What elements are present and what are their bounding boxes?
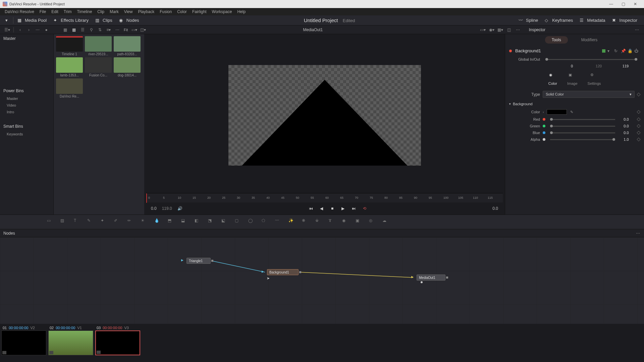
blue-slider[interactable] xyxy=(550,132,615,133)
pool-view-icon[interactable]: ☰▾ xyxy=(4,27,10,33)
tool-pencil-icon[interactable]: ✏ xyxy=(127,218,135,226)
metadata-button[interactable]: ☰Metadata xyxy=(577,16,608,24)
tool-shape3d-icon[interactable]: ◉ xyxy=(342,218,350,226)
menu-trim[interactable]: Trim xyxy=(61,9,74,14)
tool-blur-icon[interactable]: 💧 xyxy=(154,218,162,226)
clip-1[interactable]: river-29519... xyxy=(85,36,112,56)
tool-cloud-icon[interactable]: ☁ xyxy=(382,218,390,226)
speaker-icon[interactable]: 🔊 xyxy=(177,205,183,212)
tool-resize-icon[interactable]: ⬔ xyxy=(208,218,215,226)
tool-camera-icon[interactable]: ◎ xyxy=(369,218,376,226)
tool-tracker-icon[interactable]: ✦ xyxy=(101,218,108,226)
grid-icon[interactable]: ▦▾ xyxy=(497,27,503,33)
tool-text-icon[interactable]: T xyxy=(74,218,81,226)
tool-particles-icon[interactable]: ❋ xyxy=(302,218,309,226)
filter-icon[interactable]: ≡▾ xyxy=(106,27,112,33)
power-icon[interactable]: ⏻ xyxy=(634,49,639,53)
clip-6[interactable]: DaVinci Re... xyxy=(56,78,83,98)
color-keyframe[interactable] xyxy=(637,110,640,114)
menu-davinci-resolve[interactable]: DaVinci Resolve xyxy=(2,9,37,14)
tool-bg-icon[interactable]: ▭ xyxy=(47,218,54,226)
nodes-opts-icon[interactable]: ⋯ xyxy=(636,231,641,236)
keywords-item[interactable]: Keywords xyxy=(0,131,53,137)
mediapool-button[interactable]: ▦Media Pool xyxy=(15,16,49,24)
sort-icon[interactable]: ⇅ xyxy=(97,27,103,33)
list-view-icon[interactable]: ▦ xyxy=(62,27,68,33)
mode-image[interactable]: ▣Image xyxy=(567,73,578,85)
bin-master[interactable]: Master xyxy=(0,95,53,102)
menu-timeline[interactable]: Timeline xyxy=(74,9,95,14)
first-frame-icon[interactable]: ⏮ xyxy=(308,205,314,212)
mode-settings[interactable]: ⚙Settings xyxy=(588,73,601,85)
menu-fairlight[interactable]: Fairlight xyxy=(190,9,209,14)
clip-0[interactable]: Timeline 1 xyxy=(56,36,83,56)
keyframes-button[interactable]: ◇Keyframes xyxy=(542,16,576,24)
playhead-marker[interactable] xyxy=(146,193,147,203)
loop-icon[interactable]: ⟲ xyxy=(361,205,368,212)
menu-view[interactable]: View xyxy=(121,9,136,14)
timeline-clip-03[interactable]: 0300:00:00:00V3 xyxy=(95,325,140,355)
tab-modifiers[interactable]: Modifiers xyxy=(575,36,604,44)
clips-button[interactable]: ▥Clips xyxy=(93,16,115,24)
green-value[interactable]: 0.0 xyxy=(618,124,635,128)
node-mediaout[interactable]: MediaOut1 xyxy=(417,275,445,281)
menu-help[interactable]: Help xyxy=(234,9,248,14)
bin-video[interactable]: Video xyxy=(0,102,53,109)
blue-value[interactable]: 0.0 xyxy=(618,131,635,135)
viewport[interactable] xyxy=(144,34,505,193)
node-background[interactable]: Background1 xyxy=(267,269,299,275)
version-icon[interactable] xyxy=(602,49,605,53)
global-in[interactable]: 0 xyxy=(564,64,580,68)
color-swatch[interactable] xyxy=(547,109,567,115)
clip-2[interactable]: path-83203... xyxy=(113,36,141,56)
node-bg-out[interactable] xyxy=(299,271,301,273)
menu-clip[interactable]: Clip xyxy=(95,9,107,14)
tool-poly-icon[interactable]: ⬠ xyxy=(262,218,269,226)
inspector-opts-icon[interactable]: ⋯ xyxy=(634,27,640,33)
tool-fastnoise-icon[interactable]: ▨ xyxy=(60,218,68,226)
global-slider[interactable] xyxy=(545,59,637,60)
dual-icon[interactable]: ◫ xyxy=(506,27,512,33)
menu-fusion[interactable]: Fusion xyxy=(157,9,174,14)
maximize-button[interactable]: ▢ xyxy=(617,1,629,7)
timeline-clip-02[interactable]: 0200:00:00:00V1 xyxy=(48,325,93,355)
layout2-icon[interactable]: ◫▾ xyxy=(140,27,146,33)
close-button[interactable]: ✕ xyxy=(629,1,641,7)
node-triangle[interactable]: Triangle1 xyxy=(186,258,211,264)
background-section[interactable]: ▾Background xyxy=(505,100,644,108)
lock-icon[interactable]: 🔒 xyxy=(628,49,632,53)
nav-back-icon[interactable]: ‹ xyxy=(17,27,23,33)
view-a-icon[interactable]: ▭▾ xyxy=(480,27,486,33)
mediaout-view-dot[interactable] xyxy=(421,281,423,283)
tool-crop-icon[interactable]: ⬕ xyxy=(221,218,229,226)
layout1-icon[interactable]: ▭▾ xyxy=(131,27,137,33)
more-icon[interactable]: ⋯ xyxy=(35,27,41,33)
opts-icon[interactable]: ⋯ xyxy=(114,27,120,33)
tool-brush-icon[interactable]: ✐ xyxy=(114,218,121,226)
alpha-value[interactable]: 1.0 xyxy=(618,137,635,141)
node-graph[interactable]: ▶ Triangle1 ▶ Background1 ➤ ▶ MediaOut1 xyxy=(0,237,644,324)
menu-file[interactable]: File xyxy=(37,9,49,14)
clip-4[interactable]: Fusion Co... xyxy=(85,57,112,77)
master-header[interactable]: Master xyxy=(0,34,53,43)
picker-icon[interactable]: ✎ xyxy=(570,110,573,114)
node-mediaout-out[interactable] xyxy=(446,277,448,279)
menu-edit[interactable]: Edit xyxy=(49,9,61,14)
menu-workspace[interactable]: Workspace xyxy=(209,9,235,14)
spline-button[interactable]: 〰Spline xyxy=(516,16,541,24)
stop-icon[interactable]: ■ xyxy=(329,205,336,212)
type-keyframe[interactable] xyxy=(637,93,640,96)
pin-icon[interactable]: 📌 xyxy=(621,49,626,53)
alpha-keyframe[interactable] xyxy=(637,137,640,141)
red-slider[interactable] xyxy=(550,119,615,120)
tool-light-icon[interactable]: ☀ xyxy=(141,218,148,226)
tool-paint-icon[interactable]: ✎ xyxy=(87,218,95,226)
alpha-slider[interactable] xyxy=(550,139,615,140)
view-opts-icon[interactable]: ⋯ xyxy=(515,27,521,33)
color-expand-icon[interactable]: › xyxy=(543,110,544,114)
tool-matte-icon[interactable]: ◧ xyxy=(195,218,202,226)
red-keyframe[interactable] xyxy=(637,117,640,121)
last-frame-icon[interactable]: ⏭ xyxy=(351,205,357,212)
record-icon[interactable]: ● xyxy=(43,27,49,33)
tool-rect-icon[interactable]: ▢ xyxy=(235,218,242,226)
